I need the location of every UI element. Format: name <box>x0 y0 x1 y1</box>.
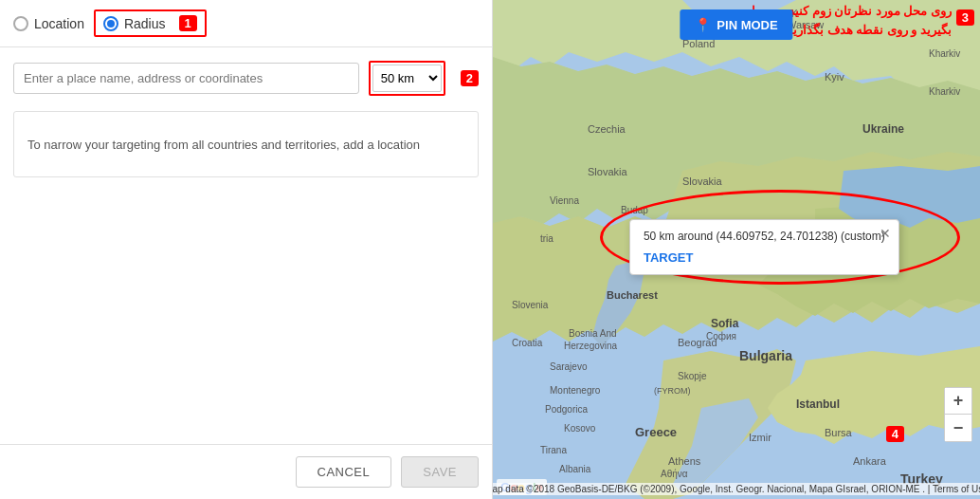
pin-icon: 📍 <box>695 17 711 32</box>
info-box: To narrow your targeting from all countr… <box>13 111 479 177</box>
svg-text:Bursa: Bursa <box>825 427 853 438</box>
map-attribution: Map data ©2018 GeoBasis-DE/BKG (©2009), … <box>493 483 980 495</box>
svg-text:Czechia: Czechia <box>588 123 626 135</box>
search-row: 50 km 1 km 5 km 10 km 20 km 30 km 40 km … <box>0 47 492 103</box>
search-input[interactable] <box>13 63 359 94</box>
svg-text:Tirana: Tirana <box>540 445 567 455</box>
svg-text:Bucharest: Bucharest <box>607 289 658 301</box>
badge-4: 4 <box>886 426 904 442</box>
badge-2: 2 <box>461 70 479 86</box>
zoom-controls: + − <box>944 387 972 442</box>
svg-text:Αθήνα: Αθήνα <box>661 469 688 479</box>
zoom-out-button[interactable]: − <box>945 415 971 441</box>
badge-1: 1 <box>179 15 197 31</box>
zoom-in-button[interactable]: + <box>945 388 971 415</box>
tab-radius-box: Radius 1 <box>94 9 207 37</box>
tab-location[interactable]: Location <box>13 16 84 31</box>
tab-radius-label: Radius <box>124 16 166 31</box>
tab-location-label: Location <box>34 16 84 31</box>
right-panel: Poland Warsaw Kyiv Ukraine Kharkiv Khark… <box>493 0 980 499</box>
svg-text:Sarajevo: Sarajevo <box>550 361 588 372</box>
svg-text:Slovakia: Slovakia <box>588 166 627 177</box>
km-dropdown[interactable]: 50 km 1 km 5 km 10 km 20 km 30 km 40 km … <box>372 65 442 92</box>
svg-text:(FYROM): (FYROM) <box>654 386 691 396</box>
radio-location-unchecked <box>13 16 28 31</box>
svg-text:Croatia: Croatia <box>512 338 543 348</box>
svg-text:Izmir: Izmir <box>749 432 771 443</box>
svg-text:Greece: Greece <box>635 425 677 439</box>
cancel-button[interactable]: CANCEL <box>296 456 392 488</box>
tooltip-title: 50 km around (44.609752, 24.701238) (cus… <box>644 230 885 243</box>
svg-text:Herzegovina: Herzegovina <box>564 341 618 351</box>
radio-radius-checked <box>103 16 118 31</box>
map-tooltip: ✕ 50 km around (44.609752, 24.701238) (c… <box>629 219 899 275</box>
tab-radius[interactable]: Radius <box>103 16 166 31</box>
svg-text:Bulgaria: Bulgaria <box>739 348 792 363</box>
svg-text:Kharkiv: Kharkiv <box>929 86 960 97</box>
svg-text:Budap: Budap <box>621 205 648 215</box>
svg-text:Slovakia: Slovakia <box>682 176 722 187</box>
km-select-box: 50 km 1 km 5 km 10 km 20 km 30 km 40 km … <box>369 61 445 96</box>
svg-text:Vienna: Vienna <box>550 195 579 206</box>
svg-text:Skopje: Skopje <box>678 371 707 381</box>
svg-text:Sofia: Sofia <box>711 317 739 330</box>
left-panel: Location Radius 1 50 km 1 km 5 km 10 km … <box>0 0 493 499</box>
bottom-buttons: CANCEL SAVE <box>0 444 492 499</box>
svg-text:Ankara: Ankara <box>853 455 887 467</box>
pin-mode-button[interactable]: 📍 PIN MODE <box>680 9 792 40</box>
svg-text:Istanbul: Istanbul <box>796 397 840 411</box>
svg-text:Kharkiv: Kharkiv <box>929 48 960 59</box>
tabs-row: Location Radius 1 <box>0 0 492 47</box>
main-container: Location Radius 1 50 km 1 km 5 km 10 km … <box>0 0 980 499</box>
svg-text:Montenegro: Montenegro <box>550 385 601 396</box>
save-button[interactable]: SAVE <box>401 456 479 488</box>
svg-text:Kosovo: Kosovo <box>564 423 596 434</box>
svg-text:Ukraine: Ukraine <box>862 122 904 136</box>
svg-text:tria: tria <box>540 233 554 244</box>
svg-text:Kyiv: Kyiv <box>825 71 844 83</box>
badge-3: 3 <box>956 9 974 26</box>
svg-text:Slovenia: Slovenia <box>512 300 549 310</box>
tooltip-target-link[interactable]: TARGET <box>644 250 885 265</box>
svg-text:Bosnia And: Bosnia And <box>569 328 617 339</box>
tooltip-close-button[interactable]: ✕ <box>880 226 891 241</box>
pin-mode-label: PIN MODE <box>717 18 777 32</box>
info-text: To narrow your targeting from all countr… <box>27 138 420 152</box>
svg-text:Albania: Albania <box>559 464 591 474</box>
svg-text:София: София <box>706 331 736 342</box>
svg-text:Athens: Athens <box>668 455 701 467</box>
svg-text:Podgorica: Podgorica <box>545 404 588 415</box>
